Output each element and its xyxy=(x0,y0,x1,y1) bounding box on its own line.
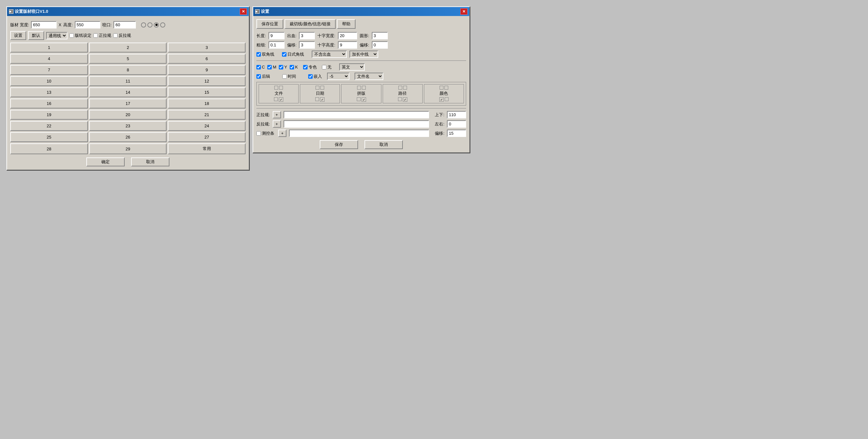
grid-btn-13[interactable]: 13 xyxy=(10,87,88,97)
tab-help[interactable]: 帮助 xyxy=(337,19,355,29)
cross-width-input[interactable] xyxy=(338,32,357,39)
cancel-button-win1[interactable]: 取消 xyxy=(131,157,169,166)
color-y-checkbox[interactable] xyxy=(279,65,283,69)
front-reg-input[interactable] xyxy=(284,111,429,118)
embed-label[interactable]: 嵌入 xyxy=(308,74,322,79)
time-label[interactable]: 时间 xyxy=(282,74,296,79)
date-cb-1[interactable] xyxy=(315,86,319,90)
default-button[interactable]: 默认 xyxy=(28,31,44,40)
tab-save-position[interactable]: 保存位置 xyxy=(256,19,283,29)
color-check[interactable]: ✓ xyxy=(439,97,444,102)
control-bar-plus-btn[interactable]: + xyxy=(278,129,286,137)
spot-color-checkbox[interactable] xyxy=(303,65,308,69)
control-bar-input[interactable] xyxy=(289,129,429,137)
grid-btn-27[interactable]: 27 xyxy=(168,132,246,142)
paper-setting-checkbox[interactable] xyxy=(69,33,74,38)
bleed-input[interactable] xyxy=(299,32,315,39)
back-reg-checkbox[interactable] xyxy=(113,33,118,38)
plate-cb-1[interactable] xyxy=(357,86,361,90)
up-down-input[interactable] xyxy=(447,111,466,118)
front-reg-label[interactable]: 正拉规 xyxy=(93,33,111,38)
color-c-checkbox[interactable] xyxy=(256,65,261,69)
settings-button[interactable]: 设置 xyxy=(10,31,26,40)
post-checkbox[interactable] xyxy=(256,74,261,79)
grid-btn-10[interactable]: 10 xyxy=(10,76,88,86)
grid-btn-21[interactable]: 21 xyxy=(168,110,246,120)
color-m-label[interactable]: M xyxy=(267,65,276,69)
grid-btn-7[interactable]: 7 xyxy=(10,65,88,75)
path-cb-1[interactable] xyxy=(398,86,402,90)
spot-color-label[interactable]: 专色 xyxy=(303,64,317,70)
grid-btn-1[interactable]: 1 xyxy=(10,42,88,53)
path-cb-3[interactable] xyxy=(398,97,402,101)
control-bar-label[interactable]: 测控条 xyxy=(256,130,274,136)
tab-cut-line[interactable]: 裁切线/颜色/信息/链接 xyxy=(284,19,336,29)
grid-btn-22[interactable]: 22 xyxy=(10,121,88,131)
color-k-label[interactable]: K xyxy=(290,65,298,69)
front-reg-plus-btn[interactable]: + xyxy=(273,111,281,118)
grid-btn-14[interactable]: 14 xyxy=(89,87,167,97)
grid-btn-3[interactable]: 3 xyxy=(168,42,246,53)
grid-btn-24[interactable]: 24 xyxy=(168,121,246,131)
date-cb-2[interactable] xyxy=(320,86,324,90)
date-check[interactable]: ✓ xyxy=(320,97,324,102)
save-button[interactable]: 保存 xyxy=(320,140,358,149)
back-reg-plus-btn[interactable]: + xyxy=(273,120,281,128)
file-cb-3[interactable] xyxy=(274,97,278,101)
path-check[interactable]: ✓ xyxy=(403,97,407,102)
filename-select[interactable]: 文件名 xyxy=(354,72,383,80)
color-cb-3[interactable] xyxy=(445,97,448,101)
radio-circle-4[interactable] xyxy=(160,22,165,28)
path-cb-2[interactable] xyxy=(403,86,407,90)
grid-btn-常用[interactable]: 常用 xyxy=(168,143,246,154)
double-angle-checkbox[interactable] xyxy=(256,52,261,57)
grid-btn-6[interactable]: 6 xyxy=(168,54,246,64)
grid-btn-12[interactable]: 12 xyxy=(168,76,246,86)
height-input[interactable] xyxy=(75,21,100,28)
file-cb-1[interactable] xyxy=(274,86,278,90)
cross-height-input[interactable] xyxy=(338,41,357,49)
grid-btn-4[interactable]: 4 xyxy=(10,54,88,64)
control-bar-checkbox[interactable] xyxy=(256,131,261,136)
double-angle-label[interactable]: 双角线 xyxy=(256,52,274,57)
color-cb-1[interactable] xyxy=(440,86,443,90)
grid-btn-29[interactable]: 29 xyxy=(89,143,167,154)
japanese-angle-label[interactable]: 日式角线 xyxy=(282,52,304,57)
thick-input[interactable] xyxy=(269,41,284,49)
grid-btn-25[interactable]: 25 xyxy=(10,132,88,142)
grid-btn-8[interactable]: 8 xyxy=(89,65,167,75)
offset-select[interactable]: -5 xyxy=(327,72,349,80)
grid-btn-15[interactable]: 15 xyxy=(168,87,246,97)
grid-btn-2[interactable]: 2 xyxy=(89,42,167,53)
grid-btn-26[interactable]: 26 xyxy=(89,132,167,142)
grid-btn-23[interactable]: 23 xyxy=(89,121,167,131)
radio-circle-2[interactable] xyxy=(147,22,153,28)
file-cb-2[interactable] xyxy=(279,86,283,90)
front-reg-checkbox[interactable] xyxy=(93,33,98,38)
win1-close-button[interactable]: ✕ xyxy=(240,8,247,15)
plate-cb-3[interactable] xyxy=(357,97,361,101)
post-label[interactable]: 后辑 xyxy=(256,74,270,79)
line-type-select[interactable]: 通用线 xyxy=(46,32,67,39)
length-input[interactable] xyxy=(269,32,284,39)
grid-btn-18[interactable]: 18 xyxy=(168,98,246,109)
color-c-label[interactable]: C xyxy=(256,65,265,69)
extend-mid-select[interactable]: 加长中线 xyxy=(349,51,378,58)
grid-btn-28[interactable]: 28 xyxy=(10,143,88,154)
paper-setting-label[interactable]: 版纸设定 xyxy=(69,33,91,38)
color-y-label[interactable]: Y xyxy=(279,65,287,69)
bite-input[interactable] xyxy=(114,21,136,28)
cancel-button-win2[interactable]: 取消 xyxy=(365,140,403,149)
grid-btn-11[interactable]: 11 xyxy=(89,76,167,86)
time-checkbox[interactable] xyxy=(282,74,287,79)
color-k-checkbox[interactable] xyxy=(290,65,294,69)
left-right-input[interactable] xyxy=(447,120,466,128)
grid-btn-17[interactable]: 17 xyxy=(89,98,167,109)
language-select[interactable]: 英文 xyxy=(339,63,365,71)
grid-btn-16[interactable]: 16 xyxy=(10,98,88,109)
plate-cb-2[interactable] xyxy=(362,86,366,90)
grid-btn-20[interactable]: 20 xyxy=(89,110,167,120)
win2-close-button[interactable]: ✕ xyxy=(460,8,467,15)
plate-check[interactable]: ✓ xyxy=(362,97,366,102)
none-checkbox[interactable] xyxy=(322,65,327,69)
